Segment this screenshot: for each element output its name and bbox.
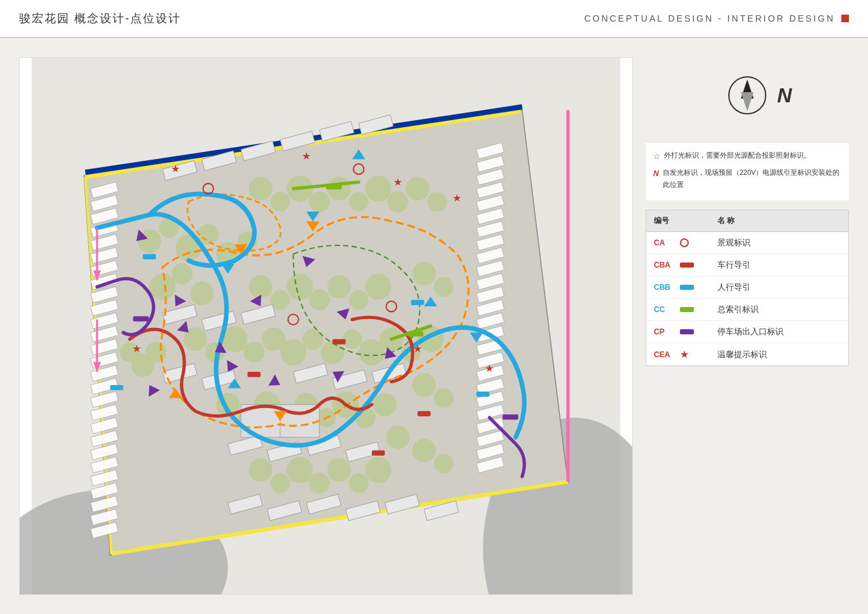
svg-point-87 (280, 339, 306, 365)
svg-point-72 (388, 191, 409, 212)
svg-point-64 (190, 282, 214, 305)
svg-point-66 (271, 192, 290, 212)
svg-point-120 (386, 425, 410, 449)
svg-rect-177 (372, 451, 385, 456)
svg-rect-181 (110, 385, 123, 390)
red-square-icon (841, 15, 849, 22)
note-item-1: ☆ 外打光标识，需要外部光源配合投影照射标识。 (653, 149, 841, 164)
title-right: CONCEPTUAL DESIGN - INTERIOR DESIGN (584, 13, 835, 24)
svg-point-110 (365, 457, 391, 483)
legend-code-ca: CA (654, 238, 676, 247)
title-left: 骏宏花园 概念设计-点位设计 (19, 11, 181, 26)
compass-south-arrow (741, 92, 754, 111)
svg-rect-191 (503, 414, 519, 420)
note-light-icon: ☆ (653, 150, 660, 164)
legend-table-header: 编号 名 称 (646, 210, 848, 232)
svg-text:★: ★ (413, 343, 422, 354)
svg-point-90 (342, 329, 362, 349)
legend-name-ca: 景观标识 (717, 237, 841, 249)
svg-rect-176 (417, 411, 431, 416)
svg-rect-190 (133, 317, 149, 322)
svg-point-115 (434, 277, 454, 297)
svg-point-114 (412, 262, 436, 285)
legend-symbol-cbb (680, 285, 694, 290)
north-compass: N (646, 64, 849, 127)
svg-point-70 (349, 192, 369, 212)
svg-point-109 (349, 474, 369, 493)
svg-point-81 (365, 274, 391, 300)
main-content: ★ ★ ★ ★ ★ ★ ★ (0, 38, 868, 614)
legend-code-cba: CBA (654, 261, 676, 269)
legend-symbol-cea: ★ (680, 348, 689, 360)
note-2-text: 自发光标识，现场预留（220V）电源线引至标识安装处的此位置 (663, 167, 841, 192)
svg-point-74 (428, 192, 447, 212)
legend-row-ca: CA 景观标识 (646, 232, 848, 254)
legend-row-cc: CC 总索引标识 (646, 299, 848, 321)
legend-name-cc: 总索引标识 (717, 304, 841, 315)
legend-name-cba: 车行导引 (717, 259, 841, 271)
svg-point-105 (271, 474, 290, 493)
svg-rect-174 (247, 372, 261, 377)
legend-name-cea: 温馨提示标识 (717, 349, 841, 360)
svg-rect-180 (477, 392, 490, 397)
svg-point-79 (327, 275, 351, 299)
svg-rect-189 (408, 331, 424, 336)
svg-point-80 (349, 290, 369, 310)
note-self-light-icon: N (653, 167, 659, 181)
svg-point-103 (373, 393, 397, 416)
legend-row-cbb: CBB 人行导引 (646, 276, 848, 299)
svg-point-65 (249, 177, 273, 200)
legend-col-name: 名 称 (717, 215, 841, 226)
legend-symbol-ca (680, 238, 689, 247)
legend-code-cp: CP (654, 327, 676, 336)
legend-row-cp: CP 停车场出入口标识 (646, 321, 848, 343)
svg-rect-175 (332, 339, 346, 345)
legend-row-cba: CBA 车行导引 (646, 254, 848, 276)
site-plan-svg: ★ ★ ★ ★ ★ ★ ★ (20, 58, 632, 594)
svg-text:★: ★ (452, 192, 461, 203)
svg-point-119 (434, 454, 454, 474)
svg-text:★: ★ (132, 343, 141, 354)
svg-point-117 (434, 388, 454, 408)
svg-point-73 (406, 177, 430, 200)
map-inner: ★ ★ ★ ★ ★ ★ ★ (20, 58, 632, 594)
legend-name-cp: 停车场出入口标识 (717, 326, 841, 338)
svg-point-62 (149, 274, 175, 300)
svg-rect-178 (143, 254, 156, 259)
svg-point-108 (327, 458, 351, 482)
svg-point-116 (412, 373, 436, 397)
svg-point-75 (249, 275, 273, 299)
compass-circle (728, 76, 766, 114)
svg-text:★: ★ (302, 150, 311, 161)
svg-point-113 (146, 342, 166, 363)
svg-point-78 (309, 289, 330, 310)
svg-point-63 (172, 263, 193, 284)
map-container: ★ ★ ★ ★ ★ ★ ★ (19, 57, 633, 595)
legend-panel: N ☆ 外打光标识，需要外部光源配合投影照射标识。 N 自发光标识，现场预留（2… (646, 57, 849, 595)
svg-point-77 (287, 274, 313, 300)
svg-rect-179 (411, 300, 424, 305)
north-label: N (777, 84, 792, 107)
svg-rect-188 (326, 184, 342, 189)
svg-point-85 (243, 342, 264, 363)
svg-point-118 (412, 439, 436, 462)
legend-name-cbb: 人行导引 (717, 282, 841, 293)
legend-code-cbb: CBB (654, 283, 676, 292)
svg-point-68 (309, 191, 330, 212)
header: 骏宏花园 概念设计-点位设计 CONCEPTUAL DESIGN - INTER… (0, 0, 868, 38)
legend-row-cea: CEA ★ 温馨提示标识 (646, 343, 848, 365)
svg-point-88 (302, 329, 323, 350)
legend-symbol-cp (680, 329, 694, 334)
legend-table: 编号 名 称 CA 景观标识 CBA 车行导引 (646, 210, 849, 366)
svg-text:★: ★ (393, 176, 402, 188)
legend-code-cea: CEA (654, 350, 676, 359)
legend-code-cc: CC (654, 305, 676, 314)
note-1-text: 外打光标识，需要外部光源配合投影照射标识。 (664, 149, 811, 162)
svg-text:★: ★ (485, 362, 494, 374)
legend-symbol-cba (680, 263, 694, 268)
svg-point-107 (309, 473, 330, 494)
svg-point-104 (249, 458, 273, 482)
svg-point-71 (365, 175, 391, 201)
legend-symbol-cc (680, 307, 694, 312)
svg-point-106 (287, 457, 313, 483)
